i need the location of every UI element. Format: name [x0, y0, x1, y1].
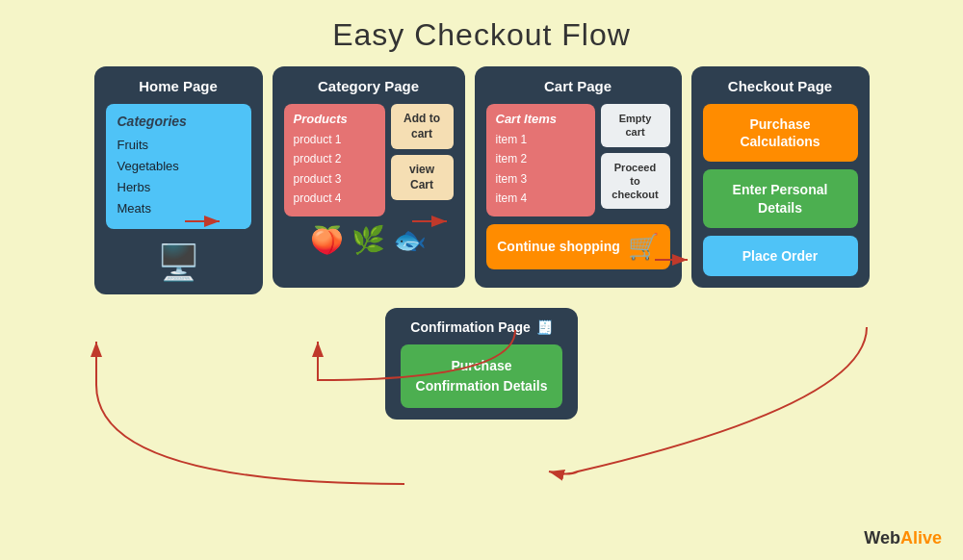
- diagram-area: Home Page Categories Fruits Vegetables H…: [0, 66, 963, 294]
- place-order-button[interactable]: Place Order: [703, 236, 858, 276]
- herb-icon: 🌿: [351, 224, 385, 256]
- list-item: product 2: [294, 149, 376, 168]
- fish-icon: 🐟: [393, 224, 427, 256]
- view-cart-button[interactable]: view Cart: [391, 155, 454, 200]
- list-item: item 4: [496, 189, 586, 208]
- list-item: product 3: [294, 169, 376, 189]
- brand-web: Web: [864, 528, 900, 547]
- products-area: Products product 1 product 2 product 3 p…: [284, 104, 454, 216]
- brand-label: WebAlive: [864, 528, 942, 548]
- categories-title: Categories: [117, 114, 240, 129]
- categories-list: Fruits Vegetables Herbs Meats: [117, 135, 240, 219]
- shopping-cart-icon: 🛒: [628, 232, 659, 262]
- page-title: Easy Checkout Flow: [0, 0, 963, 66]
- home-page-card: Home Page Categories Fruits Vegetables H…: [94, 66, 263, 294]
- continue-shopping-button[interactable]: Continue shopping 🛒: [486, 224, 670, 269]
- list-item: Fruits: [117, 135, 240, 156]
- products-title: Products: [294, 112, 376, 126]
- confirmation-section: Confirmation Page 🧾 Purchase Confirmatio…: [0, 308, 963, 420]
- cart-items-list: item 1 item 2 item 3 item 4: [496, 130, 586, 209]
- list-item: item 2: [496, 149, 586, 168]
- cart-items-title: Cart Items: [496, 112, 586, 126]
- category-page-card: Category Page Products product 1 product…: [273, 66, 465, 288]
- products-list-box: Products product 1 product 2 product 3 p…: [284, 104, 385, 216]
- category-page-title: Category Page: [284, 78, 454, 94]
- list-item: product 1: [294, 130, 376, 149]
- confirmation-title-text: Confirmation Page: [410, 319, 530, 335]
- home-page-title: Home Page: [106, 78, 251, 94]
- cart-items-box: Cart Items item 1 item 2 item 3 item 4: [486, 104, 595, 216]
- brand-alive: Alive: [900, 528, 942, 547]
- cart-main-area: Cart Items item 1 item 2 item 3 item 4 E…: [486, 104, 670, 216]
- fruit-icon: 🍑: [310, 224, 344, 256]
- purchase-calculations-button[interactable]: Purchase Calculations: [703, 104, 858, 162]
- checkout-page-title: Checkout Page: [703, 78, 858, 94]
- cart-action-buttons: Empty cart Proceed to checkout: [601, 104, 670, 216]
- product-icons-row: 🍑 🌿 🐟: [284, 224, 454, 256]
- cart-page-title: Cart Page: [486, 78, 670, 94]
- monitor-icon: 🖥️: [106, 242, 251, 283]
- cart-page-card: Cart Page Cart Items item 1 item 2 item …: [475, 66, 682, 288]
- list-item: Herbs: [117, 177, 240, 198]
- list-item: Meats: [117, 198, 240, 219]
- products-list: product 1 product 2 product 3 product 4: [294, 130, 376, 209]
- list-item: Vegetables: [117, 156, 240, 177]
- enter-personal-details-button[interactable]: Enter Personal Details: [703, 169, 858, 227]
- list-item: product 4: [294, 189, 376, 208]
- list-item: item 3: [496, 169, 586, 189]
- list-item: item 1: [496, 130, 586, 149]
- checkout-page-card: Checkout Page Purchase Calculations Ente…: [691, 66, 870, 288]
- confirmation-page-card: Confirmation Page 🧾 Purchase Confirmatio…: [385, 308, 578, 420]
- confirmation-details-button[interactable]: Purchase Confirmation Details: [401, 344, 562, 408]
- receipt-icon: 🧾: [536, 319, 553, 335]
- add-to-cart-button[interactable]: Add to cart: [391, 104, 454, 149]
- proceed-to-checkout-button[interactable]: Proceed to checkout: [601, 153, 670, 210]
- continue-shopping-label: Continue shopping: [497, 238, 620, 255]
- confirmation-page-title: Confirmation Page 🧾: [401, 319, 562, 335]
- empty-cart-button[interactable]: Empty cart: [601, 104, 670, 147]
- categories-box: Categories Fruits Vegetables Herbs Meats: [106, 104, 251, 229]
- action-buttons: Add to cart view Cart: [391, 104, 454, 216]
